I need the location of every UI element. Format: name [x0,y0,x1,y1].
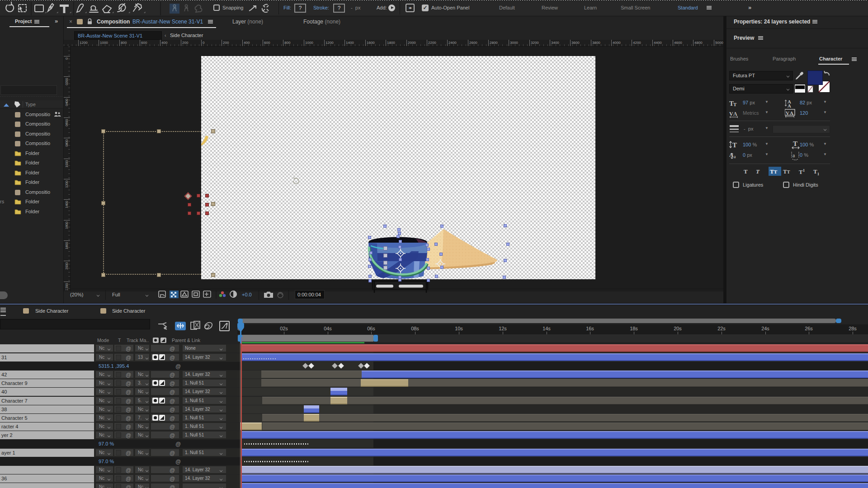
svg-text:V: V [729,111,733,117]
svg-text:A: A [790,110,793,116]
svg-text:A: A [729,151,734,158]
svg-text:A: A [733,111,737,117]
svg-text:A: A [788,103,791,108]
svg-text:a: a [793,152,795,159]
svg-text:a: a [734,154,736,159]
svg-text:T: T [793,140,797,147]
svg-text:T: T [732,141,737,149]
svg-text:V: V [786,110,789,116]
svg-text:T: T [733,102,737,107]
